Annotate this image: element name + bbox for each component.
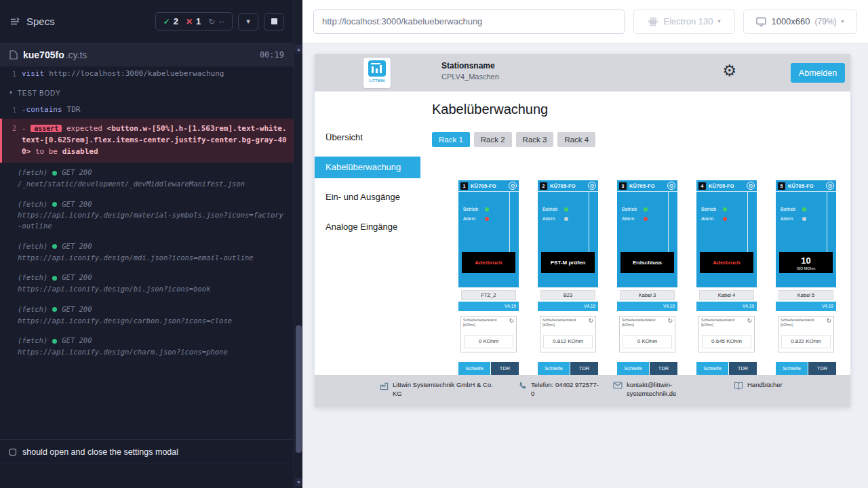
pending-icon: ↻ bbox=[208, 17, 215, 26]
tdr-button[interactable]: TDR bbox=[570, 362, 598, 375]
stop-button[interactable] bbox=[264, 13, 284, 30]
fetch-log-entry[interactable]: (fetch)GET 200 /_next/static/development… bbox=[0, 163, 294, 195]
cable-name: Kabel 3 bbox=[620, 290, 675, 300]
tab-rack-4[interactable]: Rack 4 bbox=[557, 132, 595, 147]
page-title: Kabelüberwachung bbox=[432, 102, 548, 117]
alarm-label: Alarm bbox=[463, 216, 482, 221]
card-settings-icon[interactable]: ⚙ bbox=[509, 182, 517, 190]
refresh-icon[interactable]: ↻ bbox=[667, 317, 673, 324]
failed-count: 1 bbox=[196, 16, 201, 26]
fetch-status: GET 200 bbox=[62, 272, 92, 283]
nav-kabelueberwachung[interactable]: Kabelüberwachung bbox=[315, 157, 420, 178]
card-header: 1 KÜ705-FO ⚙ bbox=[458, 180, 519, 192]
fetch-log-entry[interactable]: (fetch)GET 200 https://api.iconify.desig… bbox=[0, 237, 294, 268]
refresh-icon[interactable]: ↻ bbox=[826, 317, 831, 324]
book-icon bbox=[734, 382, 743, 390]
electron-icon bbox=[648, 16, 658, 27]
fetch-log-entry[interactable]: (fetch)GET 200 https://api.iconify.desig… bbox=[0, 331, 294, 363]
betrieb-label: Betrieb bbox=[781, 207, 800, 211]
tdr-button[interactable]: TDR bbox=[808, 362, 836, 375]
tdr-button[interactable]: TDR bbox=[650, 362, 677, 375]
schleife-button[interactable]: Schleife bbox=[776, 362, 808, 375]
main-content: Kabelüberwachung Rack 1 Rack 2 Rack 3 Ra… bbox=[420, 92, 850, 375]
betrieb-led bbox=[644, 207, 648, 211]
fetch-log-entry[interactable]: (fetch)GET 200 https://api.iconify.desig… bbox=[0, 195, 294, 237]
stat-pending: ↻-- bbox=[208, 16, 224, 26]
schleife-button[interactable]: Schleife bbox=[696, 362, 729, 375]
fetch-url: https://api.iconify.design/carbon.json?i… bbox=[18, 316, 285, 327]
refresh-icon[interactable]: ↻ bbox=[509, 317, 514, 324]
refresh-icon[interactable]: ↻ bbox=[747, 317, 752, 324]
sidebar-nav: Übersicht Kabelüberwachung Ein- und Ausg… bbox=[315, 92, 420, 375]
cypress-window: Specs ✓2 ✕1 ↻-- ▾ kue705fo .cy.ts 00:19 … bbox=[0, 0, 868, 488]
collapse-button[interactable]: ▾ bbox=[238, 13, 258, 30]
card-settings-icon[interactable]: ⚙ bbox=[588, 182, 596, 190]
fetch-log-entry[interactable]: (fetch)GET 200 https://api.iconify.desig… bbox=[0, 300, 294, 331]
fetch-head: (fetch)GET 200 bbox=[18, 272, 285, 283]
schleife-button[interactable]: Schleife bbox=[617, 362, 650, 375]
browser-select[interactable]: Electron 130 ▾ bbox=[633, 9, 735, 34]
refresh-icon[interactable]: ↻ bbox=[588, 317, 593, 324]
scroll-down-arrow[interactable]: ▼ bbox=[295, 478, 302, 487]
assert-state: disabled bbox=[62, 147, 98, 156]
test-body-section[interactable]: ▾ TEST BODY bbox=[0, 82, 294, 102]
command-body: -containsTDR bbox=[22, 104, 80, 116]
assert-expected: expected bbox=[66, 124, 102, 133]
scroll-up-arrow[interactable]: ▲ bbox=[295, 45, 302, 54]
logout-button[interactable]: Abmelden bbox=[791, 63, 845, 83]
specs-button[interactable]: Specs bbox=[9, 16, 55, 27]
card-bottom: FTZ_2 V4.19 Schleifenwiderstand [kOhm] ↻… bbox=[458, 287, 519, 375]
runner-scrollbar[interactable]: ▲ ▼ bbox=[294, 0, 302, 488]
nav-analoge-eingaenge[interactable]: Analoge Eingänge bbox=[315, 216, 420, 238]
fetch-tag: (fetch) bbox=[18, 241, 47, 252]
url-input[interactable] bbox=[313, 9, 625, 34]
card-divider bbox=[589, 192, 589, 252]
card-number-badge: 5 bbox=[778, 182, 785, 190]
alarm-row: Alarm bbox=[458, 216, 506, 221]
littwin-logo: LITTWIN bbox=[363, 58, 391, 88]
card-settings-icon[interactable]: ⚙ bbox=[826, 182, 834, 190]
resistance-panel: Schleifenwiderstand [kOhm] ↻ 0.822 KOhm bbox=[778, 316, 834, 352]
command-assert-failed[interactable]: 2 - assert expected <button.w-[50%].h-[1… bbox=[0, 119, 294, 163]
assert-message: - assert expected <button.w-[50%].h-[1.5… bbox=[22, 123, 287, 157]
betrieb-label: Betrieb bbox=[622, 207, 641, 211]
footer-company: Littwin Systemtechnik GmbH & Co. KG bbox=[380, 381, 503, 399]
app-header: LITTWIN Stationsname CPLV4_Maschen ⚙ Abm… bbox=[315, 54, 850, 92]
fetch-log-entry[interactable]: (fetch)GET 200 https://api.iconify.desig… bbox=[0, 268, 294, 300]
spec-ext: .cy.ts bbox=[66, 49, 87, 60]
viewport-select[interactable]: 1000x660 (79%) ▾ bbox=[743, 9, 857, 34]
spec-file-row[interactable]: kue705fo .cy.ts 00:19 bbox=[0, 43, 294, 66]
command-args: http://localhost:3000/kabelueberwachung bbox=[49, 69, 224, 78]
next-test-title[interactable]: should open and close the settings modal bbox=[0, 440, 294, 464]
tab-rack-3[interactable]: Rack 3 bbox=[516, 132, 554, 147]
tab-rack-2[interactable]: Rack 2 bbox=[474, 132, 512, 147]
chevron-down-icon: ▾ bbox=[842, 18, 844, 24]
test-stats[interactable]: ✓2 ✕1 ↻-- bbox=[155, 12, 233, 30]
footer-email: kontakt@littwin-systemtechnik.de bbox=[613, 381, 694, 399]
nav-uebersicht[interactable]: Übersicht bbox=[315, 127, 420, 148]
card-header: 3 KÜ705-FO ⚙ bbox=[617, 180, 677, 192]
fetch-url: https://api.iconify.design/material-symb… bbox=[18, 210, 285, 232]
tdr-button[interactable]: TDR bbox=[491, 362, 519, 375]
command-contains[interactable]: 1 -containsTDR bbox=[0, 102, 294, 118]
tab-rack-1[interactable]: Rack 1 bbox=[432, 132, 470, 147]
card-settings-icon[interactable]: ⚙ bbox=[667, 182, 675, 190]
card-bottom: B23 V4.19 Schleifenwiderstand [kOhm] ↻ 0… bbox=[538, 287, 598, 375]
tdr-button[interactable]: TDR bbox=[729, 362, 757, 375]
schleife-button[interactable]: Schleife bbox=[538, 362, 570, 375]
fetch-tag: (fetch) bbox=[18, 199, 47, 210]
test-icon bbox=[9, 449, 16, 455]
footer-manuals[interactable]: Handbücher bbox=[734, 381, 835, 390]
nav-ein-und-ausgaenge[interactable]: Ein- und Ausgänge bbox=[315, 186, 420, 208]
betrieb-led bbox=[802, 207, 806, 211]
card-settings-icon[interactable]: ⚙ bbox=[747, 182, 755, 190]
app-body: Übersicht Kabelüberwachung Ein- und Ausg… bbox=[315, 92, 850, 375]
alarm-led bbox=[644, 217, 648, 221]
scrollbar-thumb[interactable] bbox=[296, 325, 302, 453]
settings-gear-icon[interactable]: ⚙ bbox=[722, 63, 736, 79]
status-display: 10 ISO MOhm bbox=[779, 252, 833, 273]
passed-count: 2 bbox=[174, 16, 178, 26]
command-visit[interactable]: 1 visithttp://localhost:3000/kabelueberw… bbox=[0, 66, 294, 82]
schleife-button[interactable]: Schleife bbox=[458, 362, 491, 375]
fetch-status: GET 200 bbox=[62, 199, 92, 210]
